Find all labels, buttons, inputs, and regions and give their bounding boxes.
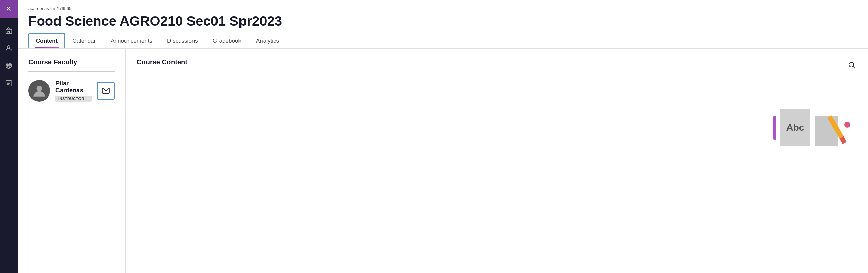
avatar-icon — [32, 84, 46, 98]
sidebar — [0, 0, 18, 273]
tab-announcements[interactable]: Announcements — [103, 33, 160, 48]
illus-eraser — [844, 122, 850, 128]
faculty-panel-title: Course Faculty — [28, 58, 115, 66]
sidebar-item-globe[interactable] — [1, 58, 16, 73]
svg-point-14 — [37, 86, 42, 91]
reports-icon — [5, 80, 13, 87]
tabs: Content Calendar Announcements Discussio… — [28, 33, 857, 48]
body-content: Course Faculty Pilar Cardenas INSTRUCTOR — [18, 49, 868, 273]
sidebar-item-reports[interactable] — [1, 76, 16, 91]
tab-discussions[interactable]: Discussions — [160, 33, 205, 48]
faculty-name: Pilar Cardenas — [55, 80, 92, 94]
breadcrumb: acardenas-lrn-179565 — [28, 6, 857, 11]
tab-gradebook[interactable]: Gradebook — [205, 33, 249, 48]
close-icon — [5, 5, 13, 13]
faculty-role-badge: INSTRUCTOR — [55, 96, 92, 102]
tab-analytics[interactable]: Analytics — [249, 33, 287, 48]
main-content: acardenas-lrn-179565 Food Science AGRO21… — [18, 0, 868, 273]
sidebar-item-profile[interactable] — [1, 41, 16, 56]
mail-button[interactable] — [97, 82, 115, 100]
svg-point-4 — [7, 46, 10, 48]
header: acardenas-lrn-179565 Food Science AGRO21… — [18, 0, 868, 29]
sidebar-item-institution[interactable] — [1, 23, 16, 38]
content-panel: Course Content Abc — [126, 49, 868, 273]
mail-icon — [102, 87, 110, 95]
course-title: Food Science AGRO210 Sec01 Spr2023 — [28, 13, 857, 29]
faculty-panel-divider — [28, 71, 115, 72]
search-button[interactable] — [846, 60, 857, 70]
svg-point-16 — [849, 62, 854, 67]
illus-abc-card: Abc — [780, 109, 810, 146]
illustration: Abc — [773, 109, 850, 146]
tabs-container: Content Calendar Announcements Discussio… — [18, 33, 868, 49]
svg-line-17 — [853, 66, 855, 68]
content-panel-title: Course Content — [137, 58, 187, 66]
close-button[interactable] — [0, 0, 18, 18]
avatar — [28, 80, 50, 102]
faculty-info: Pilar Cardenas INSTRUCTOR — [55, 80, 92, 102]
faculty-panel: Course Faculty Pilar Cardenas INSTRUCTOR — [18, 49, 126, 273]
content-preview: Abc — [137, 85, 857, 146]
globe-icon — [5, 62, 13, 69]
user-icon — [5, 44, 13, 52]
faculty-card: Pilar Cardenas INSTRUCTOR — [28, 80, 115, 102]
tab-calendar[interactable]: Calendar — [65, 33, 103, 48]
institution-icon — [5, 27, 13, 34]
content-header: Course Content — [137, 58, 857, 71]
search-icon — [848, 61, 856, 69]
svg-rect-3 — [8, 31, 10, 34]
content-divider — [137, 77, 857, 77]
illus-gray-card — [815, 116, 838, 146]
tab-content[interactable]: Content — [28, 33, 65, 48]
sidebar-nav — [0, 18, 18, 91]
illus-purple-bar — [773, 116, 776, 140]
